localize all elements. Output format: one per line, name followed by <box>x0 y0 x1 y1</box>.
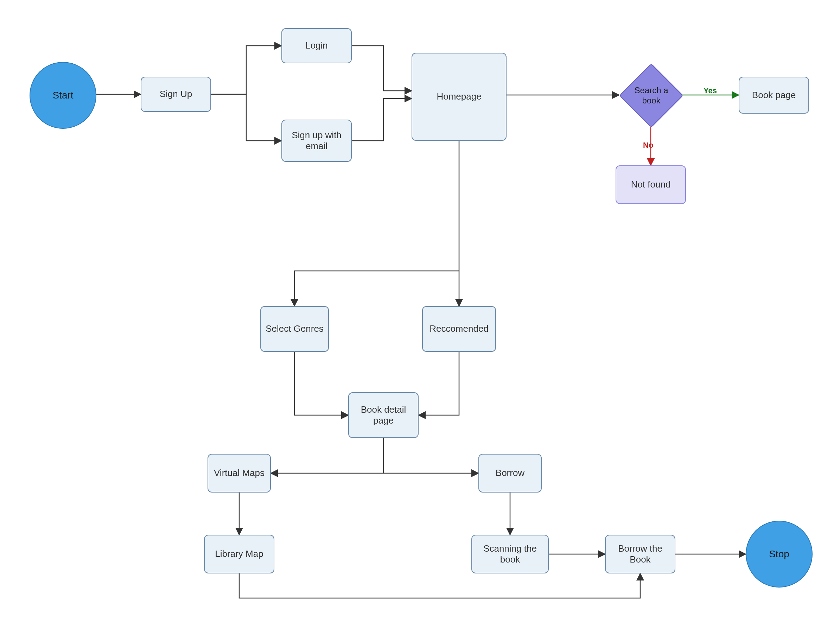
borrow-label: Borrow <box>495 468 524 479</box>
search-decision-node: Search a book <box>619 63 683 127</box>
select-genres-node: Select Genres <box>260 306 329 352</box>
signup-email-label: Sign up with email <box>285 130 348 152</box>
start-label: Start <box>52 89 73 101</box>
virtual-maps-node: Virtual Maps <box>207 454 271 492</box>
start-node: Start <box>29 62 96 129</box>
recommended-label: Reccomended <box>430 323 489 334</box>
book-detail-node: Book detail page <box>348 392 419 438</box>
borrow-book-label: Borrow the Book <box>608 543 672 565</box>
scanning-label: Scanning the book <box>475 543 545 565</box>
select-genres-label: Select Genres <box>265 323 324 334</box>
recommended-node: Reccomended <box>422 306 496 352</box>
login-node: Login <box>281 28 352 63</box>
library-map-label: Library Map <box>215 549 263 559</box>
no-edge-label: No <box>643 141 653 150</box>
yes-edge-label: Yes <box>704 86 717 95</box>
borrow-book-node: Borrow the Book <box>605 535 675 573</box>
notfound-label: Not found <box>631 179 671 190</box>
borrow-node: Borrow <box>479 454 542 492</box>
signup-email-node: Sign up with email <box>281 120 352 162</box>
flowchart-canvas: Start Sign Up Login Sign up with email H… <box>0 0 840 622</box>
bookpage-node: Book page <box>739 77 809 114</box>
login-label: Login <box>305 40 328 51</box>
notfound-node: Not found <box>616 165 686 204</box>
library-map-node: Library Map <box>204 535 274 573</box>
stop-label: Stop <box>769 548 789 560</box>
signup-label: Sign Up <box>160 88 192 99</box>
book-detail-label: Book detail page <box>352 404 415 426</box>
virtual-maps-label: Virtual Maps <box>214 468 265 479</box>
bookpage-label: Book page <box>752 90 796 101</box>
signup-node: Sign Up <box>141 77 211 112</box>
scanning-node: Scanning the book <box>471 535 549 573</box>
homepage-label: Homepage <box>436 91 481 102</box>
homepage-node: Homepage <box>412 53 506 141</box>
stop-node: Stop <box>746 521 813 587</box>
search-label: Search a book <box>627 85 676 106</box>
